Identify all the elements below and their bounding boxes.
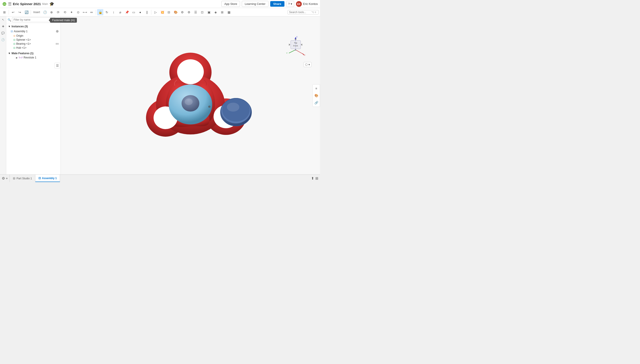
hamburger-menu[interactable]: ☰ (8, 2, 12, 6)
tab-part-studio[interactable]: ⊟ Part Studio 1 (10, 175, 35, 182)
revolute-expand-icon[interactable]: ▶ (16, 56, 18, 59)
top-bar: OS ☰ Eric Spinner 2021 Main 🎓 App Store … (0, 0, 320, 8)
tool-x2[interactable]: ⚙ (186, 9, 192, 15)
tool6[interactable]: ⊙ (75, 9, 81, 15)
list-panel-button[interactable]: ☰ (54, 63, 60, 68)
tool4[interactable]: ⟲ (62, 9, 68, 15)
clock-icon[interactable]: 🕐 (1, 37, 6, 42)
appearances-button[interactable]: 🎨 (313, 92, 319, 99)
render-button[interactable]: 🎨 (172, 9, 179, 15)
assembly1-insert-btn[interactable]: ⊕ (56, 29, 59, 33)
tool-x3[interactable]: ☰ (192, 9, 199, 15)
ball-mate-button[interactable]: ● (137, 9, 143, 15)
share-bottom-button[interactable]: ⬆ (311, 176, 314, 180)
filter-input[interactable] (12, 17, 55, 22)
instances-chevron: ▼ (8, 25, 11, 28)
assembly1-icon: ⊟ (11, 30, 13, 33)
toolbar-divider-4 (151, 10, 151, 15)
section-view-button[interactable]: ⊟ (166, 9, 172, 15)
help-button[interactable]: ? ▾ (286, 1, 294, 7)
spinner-item[interactable]: ⊡ Spinner <1> (6, 38, 60, 42)
tool3[interactable]: ⟳ (55, 9, 61, 15)
measure-icon[interactable]: ✚ (1, 24, 6, 29)
planar-mate-button[interactable]: ▭ (130, 9, 137, 15)
undo-button[interactable]: ↩ (10, 9, 16, 15)
svg-point-21 (177, 59, 204, 84)
slider-mate-button[interactable]: ↕ (110, 9, 117, 15)
user-name: Eric Kontos (303, 2, 318, 6)
fastened-mate-button[interactable]: 🔒 (97, 9, 103, 15)
tool-x6[interactable]: ◈ (212, 9, 219, 15)
motion-study-button[interactable]: ▷ (152, 9, 159, 15)
explode-button[interactable]: 💥 (159, 9, 165, 15)
revolute-mate-button[interactable]: ↻ (104, 9, 110, 15)
mate-features-chevron: ▼ (8, 52, 11, 55)
hub-item[interactable]: ⊡ Hub <1> (6, 46, 60, 50)
tool-x4[interactable]: ⊡ (199, 9, 205, 15)
revolute-item[interactable]: ▶ ↻↺ Revolute 1 (6, 56, 60, 60)
main-layout: ↖ ✚ 💬 🕐 🔍 ☰ ▼ Instances (3) ⊟ Assembly 1… (0, 16, 320, 174)
tool8[interactable]: ⇔ (88, 9, 95, 15)
learning-center-button[interactable]: Learning Center (242, 1, 268, 7)
part-studio-icon: ⊟ (13, 177, 15, 180)
filter-icon: 🔍 (8, 18, 11, 22)
cylindrical-mate-button[interactable]: ⌀ (117, 9, 123, 15)
revolute-label: Revolute 1 (24, 56, 36, 59)
bearing-action-btn[interactable]: ≡≡ (56, 42, 59, 45)
svg-text:X: X (304, 54, 305, 56)
tab-assembly[interactable]: ⊡ Assembly 1 (35, 175, 60, 182)
tool7[interactable]: ⟷ (82, 9, 88, 15)
tool-x5[interactable]: ▣ (206, 9, 212, 15)
learn-icon[interactable]: 🎓 (49, 2, 54, 6)
origin-label: Origin (16, 34, 23, 37)
nav-cube[interactable]: Z X Y Top Front (284, 32, 307, 61)
tool1[interactable]: 🕐 (42, 9, 48, 15)
tab-settings-button[interactable]: ⚙ (2, 176, 5, 180)
user-area[interactable]: EK Eric Kontos (296, 1, 318, 7)
logo-area[interactable]: OS ☰ Eric Spinner 2021 Main 🎓 (2, 2, 54, 6)
tool2[interactable]: ⊕ (48, 9, 55, 15)
pin-slot-mate-button[interactable]: 📌 (124, 9, 130, 15)
bottom-right-buttons: ⬆ ⊞ (311, 175, 320, 182)
mates-button[interactable]: 🔗 (313, 100, 319, 106)
toolbar-grid-btn[interactable]: ⊞ (1, 9, 8, 15)
bearing-item[interactable]: ⊡ Bearing <1> ≡≡ (6, 42, 60, 46)
select-icon[interactable]: ↖ (1, 17, 6, 22)
search-tools-input[interactable] (289, 11, 311, 14)
rebuild-button[interactable]: 🔄 (23, 9, 30, 15)
comment-icon[interactable]: 💬 (1, 31, 6, 36)
insert-button[interactable]: Insert (32, 9, 41, 15)
tab-part-studio-label: Part Studio 1 (16, 177, 32, 180)
tool5[interactable]: ✦ (68, 9, 75, 15)
app-store-button[interactable]: App Store (221, 1, 240, 7)
assembly1-item[interactable]: ⊟ Assembly 1 ⊕ (6, 29, 60, 34)
share-button[interactable]: Share (270, 1, 284, 7)
assembly-tab-icon: ⊡ (38, 176, 41, 180)
hub-icon: ⊡ (13, 46, 15, 49)
spinner-3d-view (115, 31, 266, 160)
mate-features-label: Mate Features (1) (12, 52, 34, 55)
tool-x8[interactable]: ▦ (226, 9, 232, 15)
viewport[interactable]: Z X Y Top Front ⬡ ▾ (61, 16, 320, 174)
parallel-mate-button[interactable]: ∥ (144, 9, 150, 15)
svg-text:Top: Top (294, 42, 297, 44)
svg-line-8 (289, 50, 296, 53)
properties-button[interactable]: ≡ (313, 85, 319, 92)
redo-button[interactable]: ↪ (17, 9, 23, 15)
toolbar: ⊞ ↩ ↪ 🔄 Insert 🕐 ⊕ ⟳ ⟲ ✦ ⊙ ⟷ ⇔ 🔒 ↻ ↕ ⌀ 📌… (0, 8, 320, 16)
tool-x7[interactable]: ⊞ (219, 9, 225, 15)
instances-section[interactable]: ▼ Instances (3) (6, 24, 60, 29)
svg-text:Y: Y (286, 52, 288, 54)
expand-bottom-button[interactable]: ⊞ (315, 176, 318, 180)
tool-x1[interactable]: ⚙ (179, 9, 185, 15)
tab-bar-left: ⚙ + (0, 175, 10, 182)
spinner-label: Spinner <1> (16, 38, 31, 41)
svg-marker-16 (294, 49, 297, 50)
add-tab-button[interactable]: + (6, 176, 8, 180)
display-mode-button[interactable]: ⬡ ▾ (304, 62, 312, 67)
origin-item[interactable]: ⊙ Origin (6, 34, 60, 38)
svg-point-27 (208, 106, 210, 108)
list-view-button[interactable]: ☰ (56, 18, 59, 22)
svg-text:OS: OS (3, 3, 6, 5)
mate-features-section[interactable]: ▼ Mate Features (1) (6, 51, 60, 56)
